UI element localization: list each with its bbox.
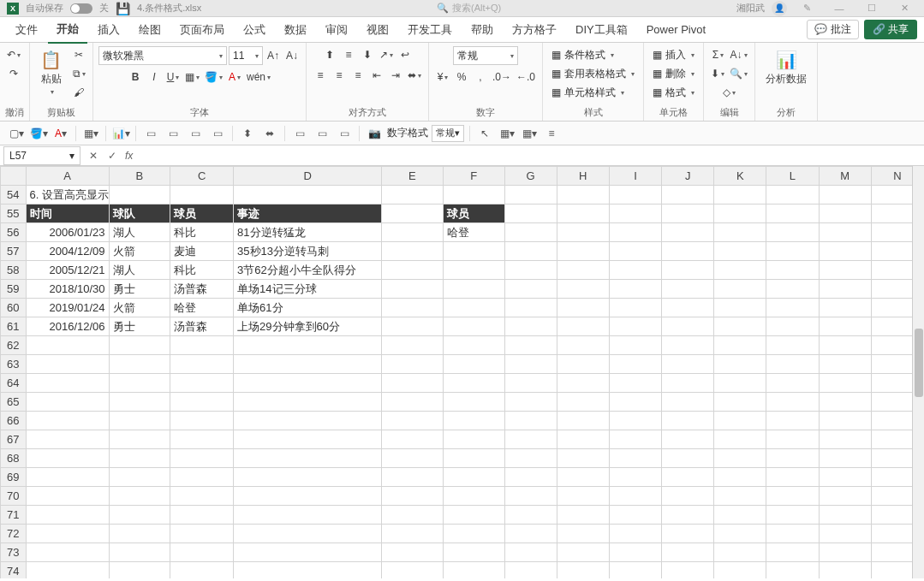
wrap-text-button[interactable]: ↩	[396, 46, 414, 63]
qb-square-icon[interactable]: ▢▾	[7, 125, 26, 142]
cell[interactable]	[382, 543, 444, 562]
cell[interactable]	[609, 412, 661, 430]
cell[interactable]	[714, 242, 766, 261]
cell[interactable]	[382, 525, 444, 543]
col-header-D[interactable]: D	[234, 167, 382, 186]
sort-filter-button[interactable]: A↓▾	[729, 46, 749, 63]
cell[interactable]	[382, 506, 444, 525]
share-button[interactable]: 🔗 共享	[864, 20, 917, 39]
redo-button[interactable]: ↷	[5, 65, 22, 82]
cell[interactable]	[662, 525, 714, 543]
clear-button[interactable]: ◇▾	[721, 84, 738, 101]
cell[interactable]	[443, 186, 504, 205]
cell[interactable]: 上场29分钟拿到60分	[234, 317, 382, 336]
cell[interactable]	[504, 205, 557, 223]
cell[interactable]	[819, 430, 871, 449]
cell[interactable]: 球员	[443, 205, 504, 223]
cell[interactable]	[382, 374, 444, 393]
cell[interactable]	[766, 280, 819, 299]
copy-button[interactable]: ⧉▾	[70, 65, 87, 82]
row-58[interactable]: 582005/12/21湖人科比3节62分超小牛全队得分	[1, 261, 924, 280]
cell[interactable]	[662, 468, 714, 487]
cell[interactable]	[766, 506, 819, 525]
col-header-G[interactable]: G	[504, 167, 557, 186]
cell[interactable]	[714, 449, 766, 468]
row-header-69[interactable]: 69	[1, 468, 27, 487]
cell[interactable]	[662, 186, 714, 205]
cell[interactable]: 81分逆转猛龙	[234, 223, 382, 242]
cell[interactable]	[819, 205, 871, 223]
cell[interactable]	[766, 336, 819, 355]
accept-formula-icon[interactable]: ✓	[103, 150, 122, 162]
paste-button[interactable]: 📋 粘贴 ▾	[35, 46, 67, 99]
analyze-data-button[interactable]: 📊 分析数据	[760, 46, 812, 90]
user-avatar[interactable]: 👤	[772, 1, 787, 16]
cell[interactable]	[26, 468, 109, 487]
cell[interactable]	[557, 261, 609, 280]
cell[interactable]	[109, 562, 170, 579]
cell[interactable]	[714, 261, 766, 280]
cell[interactable]	[819, 186, 871, 205]
row-header-74[interactable]: 74	[1, 562, 27, 579]
currency-button[interactable]: ¥▾	[434, 68, 451, 86]
cell[interactable]	[819, 299, 871, 317]
row-70[interactable]: 70	[1, 487, 924, 506]
cell[interactable]	[443, 430, 504, 449]
cell[interactable]	[443, 355, 504, 374]
autosum-button[interactable]: Σ▾	[710, 46, 727, 63]
align-center-button[interactable]: ≡	[331, 67, 348, 84]
cell[interactable]	[504, 242, 557, 261]
row-header-64[interactable]: 64	[1, 374, 27, 393]
cell[interactable]	[714, 205, 766, 223]
cell[interactable]	[382, 299, 444, 317]
cell[interactable]: 哈登	[170, 299, 234, 317]
row-63[interactable]: 63	[1, 355, 924, 374]
cell[interactable]: 火箭	[109, 242, 170, 261]
cell[interactable]	[609, 430, 661, 449]
cell[interactable]	[109, 543, 170, 562]
tab-diy[interactable]: DIY工具箱	[567, 17, 636, 43]
row-header-72[interactable]: 72	[1, 525, 27, 543]
col-header-C[interactable]: C	[170, 167, 234, 186]
qb-group3-icon[interactable]: ▭	[335, 125, 354, 142]
tab-draw[interactable]: 绘图	[130, 17, 170, 43]
cell[interactable]: 35秒13分逆转马刺	[234, 242, 382, 261]
cell[interactable]	[819, 562, 871, 579]
cell[interactable]	[819, 525, 871, 543]
col-header-E[interactable]: E	[382, 167, 444, 186]
cell[interactable]	[609, 393, 661, 412]
cell[interactable]	[443, 412, 504, 430]
cell[interactable]	[819, 242, 871, 261]
name-box[interactable]: L57 ▾	[3, 146, 80, 165]
insert-cells-button[interactable]: ▦ 插入▾	[649, 46, 698, 63]
cell[interactable]	[170, 412, 234, 430]
row-56[interactable]: 562006/01/23湖人科比81分逆转猛龙哈登	[1, 223, 924, 242]
cell[interactable]	[662, 562, 714, 579]
cell[interactable]	[819, 468, 871, 487]
cell[interactable]	[819, 449, 871, 468]
cell[interactable]	[766, 299, 819, 317]
row-64[interactable]: 64	[1, 374, 924, 393]
cell[interactable]	[557, 374, 609, 393]
align-bottom-button[interactable]: ⬇	[359, 46, 376, 63]
fill-color-button[interactable]: 🪣▾	[203, 68, 224, 86]
qb-camera-icon[interactable]: 📷	[365, 125, 384, 142]
cell[interactable]	[234, 186, 382, 205]
cell[interactable]	[382, 393, 444, 412]
cell[interactable]	[109, 186, 170, 205]
align-middle-button[interactable]: ≡	[340, 46, 357, 63]
cell[interactable]	[557, 242, 609, 261]
cell[interactable]	[766, 393, 819, 412]
cell[interactable]	[26, 374, 109, 393]
col-header-F[interactable]: F	[443, 167, 504, 186]
cell[interactable]	[714, 393, 766, 412]
close-icon[interactable]: ✕	[891, 3, 917, 14]
row-74[interactable]: 74	[1, 562, 924, 579]
cell[interactable]	[766, 242, 819, 261]
cell[interactable]	[382, 487, 444, 506]
cell[interactable]	[382, 355, 444, 374]
cell[interactable]	[662, 280, 714, 299]
col-header-I[interactable]: I	[609, 167, 661, 186]
cell[interactable]	[109, 374, 170, 393]
cell[interactable]	[504, 261, 557, 280]
